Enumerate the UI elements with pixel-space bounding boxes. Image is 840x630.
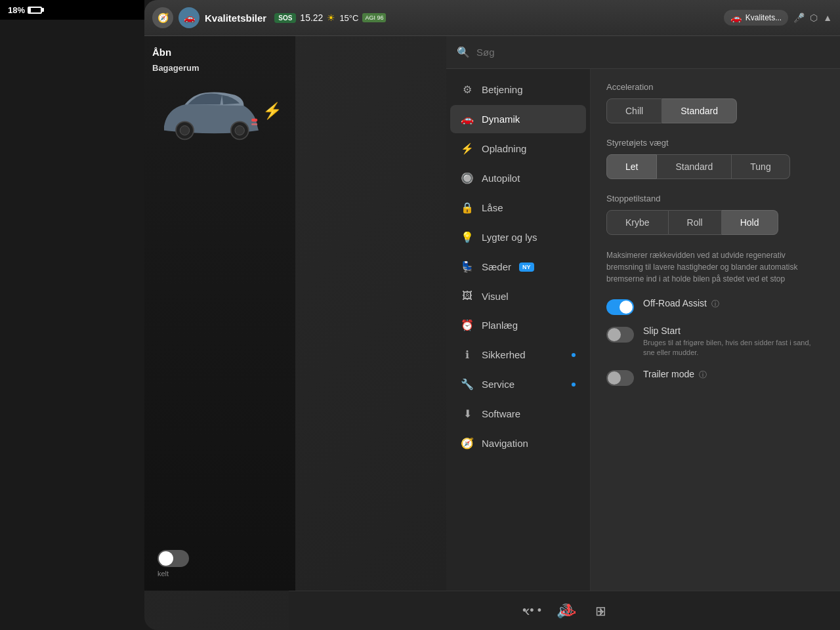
sidebar-label-navigation: Navigation xyxy=(482,438,528,449)
sidebar-item-opladning[interactable]: ⚡Opladning xyxy=(450,135,586,163)
sidebar-label-saeder: Sæder xyxy=(482,261,511,272)
stop-mode-label: Stoppetilstand xyxy=(606,194,824,203)
battery-indicator: 18% xyxy=(8,5,42,15)
sidebar: ⚙Betjening🚗Dynamik⚡Opladning🔘Autopilot🔒L… xyxy=(446,69,591,591)
navigation-icon: 🧭 xyxy=(461,437,474,450)
toggle-row-offroad: Off-Road Assist ⓘ xyxy=(606,298,824,315)
dynamik-icon: 🚗 xyxy=(461,113,474,125)
search-input[interactable] xyxy=(476,47,830,58)
phone-status-bar: 18% xyxy=(0,0,144,20)
bluetooth-icon[interactable]: ⬡ xyxy=(810,12,818,23)
betjening-icon: ⚙ xyxy=(461,83,474,96)
stop-mode-group: KrybeRollHold xyxy=(606,210,824,235)
toggle-title-trailermode: Trailer mode ⓘ xyxy=(643,369,824,381)
autopilot-icon: 🔘 xyxy=(461,172,474,184)
open-label: Åbn xyxy=(152,47,287,58)
sidebar-item-autopilot[interactable]: 🔘Autopilot xyxy=(450,164,586,192)
sos-badge: SOS xyxy=(274,13,296,23)
acceleration-label: Acceleration xyxy=(606,82,824,92)
toggle-desc-slipstart: Bruges til at frigøre bilen, hvis den si… xyxy=(643,338,824,358)
steering-btn-standard[interactable]: Standard xyxy=(657,154,732,179)
sidebar-label-betjening: Betjening xyxy=(482,84,523,95)
car-name-label: Kvalitets... xyxy=(746,13,782,22)
toggle-offroad[interactable] xyxy=(606,299,634,315)
toggle-row-trailermode: Trailer mode ⓘ xyxy=(606,369,824,386)
steering-group: LetStandardTung xyxy=(606,154,824,179)
sidebar-item-betjening[interactable]: ⚙Betjening xyxy=(450,75,586,104)
taskbar-grid-icon[interactable]: ⊞ xyxy=(595,603,606,619)
trunk-label: Bagagerum xyxy=(152,63,287,73)
main-content: Åbn Bagagerum ⚡ xyxy=(144,36,840,591)
info-icon-offroad[interactable]: ⓘ xyxy=(709,299,719,308)
sidebar-label-planlaeg: Planlæg xyxy=(482,320,518,331)
settings-content: Acceleration ChillStandard Styretøjets v… xyxy=(591,69,840,591)
toggle-title-offroad: Off-Road Assist ⓘ xyxy=(643,298,824,310)
temperature: 15°C xyxy=(339,13,358,23)
accel-btn-chill[interactable]: Chill xyxy=(606,98,662,123)
stop-btn-roll[interactable]: Roll xyxy=(669,210,722,235)
battery-icon xyxy=(28,7,42,14)
toggle-row-slipstart: Slip StartBruges til at frigøre bilen, h… xyxy=(606,326,824,358)
dot-sikkerhed xyxy=(572,353,576,357)
steering-btn-let[interactable]: Let xyxy=(606,154,657,179)
sidebar-item-service[interactable]: 🔧Service xyxy=(450,370,586,398)
saeder-icon: 💺 xyxy=(461,261,474,273)
sidebar-item-planlaeg[interactable]: ⏰Planlæg xyxy=(450,311,586,339)
svg-point-2 xyxy=(180,126,189,135)
toggle-label-area-trailermode: Trailer mode ⓘ xyxy=(643,369,824,383)
nav-icon[interactable]: 🧭 xyxy=(152,7,173,28)
accel-btn-standard[interactable]: Standard xyxy=(662,98,737,123)
top-bar-items: SOS 15.22 ☀ 15°C AGI 96 xyxy=(274,12,386,23)
sidebar-label-lygter: Lygter og lys xyxy=(482,232,537,243)
tesla-screen: 🧭 🚗 Kvalitetsbiler SOS 15.22 ☀ 15°C AGI … xyxy=(144,0,840,630)
bottom-toggle[interactable] xyxy=(158,550,189,567)
mic-icon[interactable]: 🎤 xyxy=(793,12,805,23)
sidebar-item-visuel[interactable]: 🖼Visuel xyxy=(450,282,586,310)
car-icon-top[interactable]: 🚗 xyxy=(178,7,200,28)
signal-icon: ▲ xyxy=(823,12,832,23)
sidebar-label-opladning: Opladning xyxy=(482,143,526,154)
car-image xyxy=(152,78,270,157)
sidebar-item-lygter[interactable]: 💡Lygter og lys xyxy=(450,223,586,251)
agi-badge: AGI 96 xyxy=(362,13,386,22)
toggles-container: Off-Road Assist ⓘSlip StartBruges til at… xyxy=(606,298,824,386)
badge-saeder: NY xyxy=(519,262,534,272)
sidebar-label-service: Service xyxy=(482,379,514,390)
sidebar-item-sikkerhed[interactable]: ℹSikkerhed xyxy=(450,341,586,369)
toggle-trailermode[interactable] xyxy=(606,370,634,386)
sidebar-label-software: Software xyxy=(482,408,520,419)
stop-mode-description: Maksimerer rækkevidden ved at udvide reg… xyxy=(606,249,824,285)
sidebar-label-autopilot: Autopilot xyxy=(482,173,520,184)
stop-btn-hold[interactable]: Hold xyxy=(722,210,778,235)
service-icon: 🔧 xyxy=(461,378,474,390)
sidebar-label-sikkerhed: Sikkerhed xyxy=(482,349,526,360)
visuel-icon: 🖼 xyxy=(461,290,474,302)
sidebar-item-saeder[interactable]: 💺SæderNY xyxy=(450,253,586,281)
sidebar-label-dynamik: Dynamik xyxy=(482,114,520,125)
top-right: 🚗 Kvalitets... 🎤 ⬡ ▲ xyxy=(724,10,832,26)
sidebar-item-navigation[interactable]: 🧭Navigation xyxy=(450,429,586,457)
steering-label: Styretøjets vægt xyxy=(606,138,824,148)
svg-rect-6 xyxy=(251,123,257,125)
steering-btn-tung[interactable]: Tung xyxy=(732,154,789,179)
planlaeg-icon: ⏰ xyxy=(461,319,474,331)
sidebar-item-dynamik[interactable]: 🚗Dynamik xyxy=(450,105,586,133)
stop-btn-krybe[interactable]: Krybe xyxy=(606,210,669,235)
right-panel: 🔍 ⚙Betjening🚗Dynamik⚡Opladning🔘Autopilot… xyxy=(295,36,840,591)
dot-service xyxy=(572,383,576,387)
sidebar-label-laase: Låse xyxy=(482,202,503,213)
sidebar-item-laase[interactable]: 🔒Låse xyxy=(450,194,586,222)
lightning-icon: ⚡ xyxy=(262,102,282,120)
toggle-slipstart[interactable] xyxy=(606,327,634,343)
car-name-pill[interactable]: 🚗 Kvalitets... xyxy=(724,10,788,26)
taskbar-game-icon[interactable]: 🕹 xyxy=(561,602,576,620)
info-icon-trailermode[interactable]: ⓘ xyxy=(697,370,707,379)
software-icon: ⬇ xyxy=(461,408,474,420)
sikkerhed-icon: ℹ xyxy=(461,348,474,361)
acceleration-group: ChillStandard xyxy=(606,98,824,123)
sidebar-item-software[interactable]: ⬇Software xyxy=(450,400,586,428)
bottom-bar: ‹ 🔊 › • • • 🕹 ⊞ xyxy=(289,591,840,630)
toggle-label-area-slipstart: Slip StartBruges til at frigøre bilen, h… xyxy=(643,326,824,358)
taskbar-dots-icon[interactable]: • • • xyxy=(522,604,541,618)
laase-icon: 🔒 xyxy=(461,201,474,214)
